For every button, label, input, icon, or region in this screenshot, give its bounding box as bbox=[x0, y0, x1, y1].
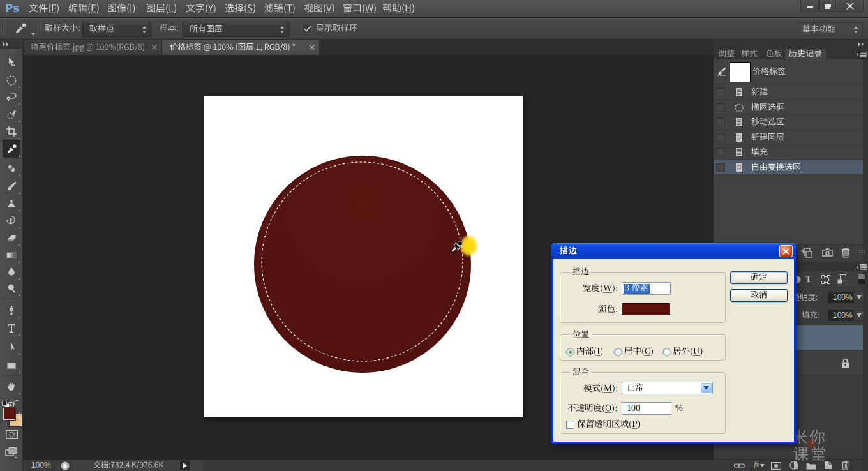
tool-rectangle[interactable] bbox=[3, 357, 20, 374]
history-state-well[interactable] bbox=[716, 163, 725, 172]
filter-toggle-swatch[interactable] bbox=[858, 274, 865, 284]
document-tab-inactive[interactable]: 特惠价标签.jpg @ 100%(RGB/8) bbox=[24, 40, 162, 55]
tool-type[interactable] bbox=[3, 320, 20, 336]
tool-crop[interactable] bbox=[3, 123, 20, 140]
history-step-2[interactable]: 椭圆选框 bbox=[714, 100, 863, 116]
document-tab-active[interactable]: 价格标签 @ 100% (图层 1, RGB/8) * bbox=[162, 40, 319, 55]
width-input[interactable]: 3 像素 bbox=[622, 282, 671, 295]
status-icon[interactable] bbox=[60, 461, 70, 470]
tool-clone-stamp[interactable] bbox=[3, 195, 20, 212]
tool-hand[interactable] bbox=[3, 378, 20, 395]
tool-elliptical-marquee[interactable] bbox=[3, 72, 20, 89]
collapse-panels-icon[interactable] bbox=[858, 42, 864, 47]
history-step-4[interactable]: 新建图层 bbox=[714, 130, 863, 146]
tool-preset-arrow-icon[interactable] bbox=[31, 27, 36, 38]
ok-button[interactable]: 确定 bbox=[730, 271, 788, 284]
radio-center[interactable] bbox=[614, 348, 622, 356]
filter-shape-icon[interactable] bbox=[821, 275, 830, 284]
history-step-5[interactable]: 填充 bbox=[714, 145, 863, 160]
history-state-well[interactable] bbox=[716, 117, 725, 126]
history-state-well[interactable] bbox=[716, 103, 725, 112]
dialog-close-button[interactable] bbox=[779, 245, 793, 257]
tool-eraser[interactable] bbox=[3, 230, 20, 246]
workspace-switcher[interactable]: 基本功能 bbox=[797, 22, 863, 36]
restore-button[interactable] bbox=[819, 0, 836, 12]
eyedropper-tool-icon[interactable] bbox=[13, 21, 28, 39]
menu-file[interactable]: 文件(F) bbox=[29, 2, 59, 16]
new-snapshot-icon[interactable] bbox=[822, 248, 833, 257]
history-step-1[interactable]: 新建 bbox=[714, 85, 863, 100]
history-brush-source-icon[interactable] bbox=[717, 67, 727, 77]
tool-pen[interactable] bbox=[3, 302, 20, 318]
layer-style-icon[interactable]: fx bbox=[754, 460, 765, 470]
fill-value[interactable]: 100% bbox=[828, 310, 853, 321]
mode-dropdown[interactable]: 正常 bbox=[622, 382, 713, 394]
history-step-icon bbox=[734, 103, 744, 113]
status-menu-arrow[interactable] bbox=[180, 461, 190, 470]
menu-edit[interactable]: 编辑(E) bbox=[68, 2, 100, 16]
history-step-6[interactable]: 自由变换选区 bbox=[714, 160, 863, 176]
toolbar-header[interactable] bbox=[0, 40, 23, 49]
tool-eyedropper[interactable] bbox=[3, 140, 20, 158]
delete-state-icon[interactable] bbox=[841, 247, 850, 258]
foreground-color-swatch[interactable] bbox=[3, 408, 15, 420]
panel-menu-icon[interactable] bbox=[857, 264, 867, 270]
menu-layer[interactable]: 图层(L) bbox=[146, 2, 177, 16]
opacity-value[interactable]: 100% bbox=[828, 292, 853, 303]
dialog-opacity-input[interactable]: 100 bbox=[622, 402, 671, 415]
menu-filter[interactable]: 滤镜(T) bbox=[264, 2, 296, 16]
sample-dropdown[interactable]: 所有图层 bbox=[183, 22, 289, 37]
screen-mode-button[interactable] bbox=[5, 447, 18, 461]
fill-dropdown-button[interactable] bbox=[853, 310, 864, 321]
panel-tab-adjustments[interactable]: 调整 bbox=[718, 49, 735, 59]
close-button[interactable] bbox=[837, 0, 864, 12]
zoom-level[interactable]: 100% bbox=[31, 460, 51, 471]
menu-image[interactable]: 图像(I) bbox=[107, 2, 136, 16]
menu-select[interactable]: 选择(S) bbox=[225, 2, 256, 16]
tool-path-selection[interactable] bbox=[3, 339, 20, 355]
history-snapshot-row[interactable]: 价格标签 bbox=[714, 60, 863, 84]
radio-outside[interactable] bbox=[662, 348, 671, 356]
filter-type-icon[interactable]: T bbox=[805, 274, 811, 285]
add-mask-icon[interactable] bbox=[771, 462, 781, 470]
quick-mask-button[interactable] bbox=[6, 430, 18, 442]
tool-dodge[interactable] bbox=[3, 280, 20, 297]
menu-help[interactable]: 帮助(H) bbox=[382, 2, 415, 16]
tool-blur[interactable] bbox=[3, 264, 20, 280]
cancel-button[interactable]: 取消 bbox=[730, 289, 788, 302]
tool-quick-selection[interactable] bbox=[3, 106, 20, 123]
panel-menu-icon[interactable] bbox=[857, 52, 867, 57]
dialog-title-bar[interactable]: 描边 bbox=[551, 243, 796, 259]
panel-tab-swatches[interactable]: 色板 bbox=[766, 49, 782, 59]
minimize-button[interactable] bbox=[800, 0, 819, 12]
sample-size-dropdown[interactable]: 取样点 bbox=[82, 22, 151, 37]
toolbar-grip[interactable] bbox=[7, 50, 16, 53]
tool-brush[interactable] bbox=[3, 178, 20, 195]
snapshot-thumbnail[interactable] bbox=[730, 62, 751, 82]
combo-button[interactable] bbox=[701, 383, 712, 393]
tool-move[interactable] bbox=[3, 54, 20, 71]
radio-inside[interactable] bbox=[566, 348, 574, 356]
filter-smart-object-icon[interactable] bbox=[837, 274, 846, 284]
history-step-3[interactable]: 移动选区 bbox=[714, 115, 863, 130]
tool-history-brush[interactable] bbox=[3, 213, 20, 229]
resize-grip-icon[interactable] bbox=[859, 250, 865, 255]
menu-window[interactable]: 窗口(W) bbox=[343, 2, 377, 16]
new-document-from-state-icon[interactable] bbox=[801, 248, 812, 258]
history-state-well[interactable] bbox=[716, 147, 725, 156]
stroke-color-swatch[interactable] bbox=[622, 303, 670, 315]
link-layers-icon[interactable] bbox=[734, 463, 745, 468]
tool-gradient[interactable] bbox=[3, 247, 20, 264]
history-state-well[interactable] bbox=[716, 133, 725, 142]
show-ring-checkbox[interactable] bbox=[302, 24, 312, 34]
tool-spot-healing-brush[interactable] bbox=[3, 160, 20, 177]
history-state-well[interactable] bbox=[716, 87, 725, 96]
opacity-dropdown-button[interactable] bbox=[853, 292, 864, 303]
menu-view[interactable]: 视图(V) bbox=[304, 2, 335, 16]
menu-type[interactable]: 文字(Y) bbox=[186, 2, 216, 16]
options-grip[interactable] bbox=[1, 20, 6, 38]
panel-tab-styles[interactable]: 样式 bbox=[741, 49, 758, 59]
tool-lasso[interactable] bbox=[3, 89, 20, 105]
preserve-transparency-checkbox[interactable] bbox=[566, 421, 574, 429]
panel-tab-history[interactable]: 历史记录 bbox=[789, 49, 822, 59]
